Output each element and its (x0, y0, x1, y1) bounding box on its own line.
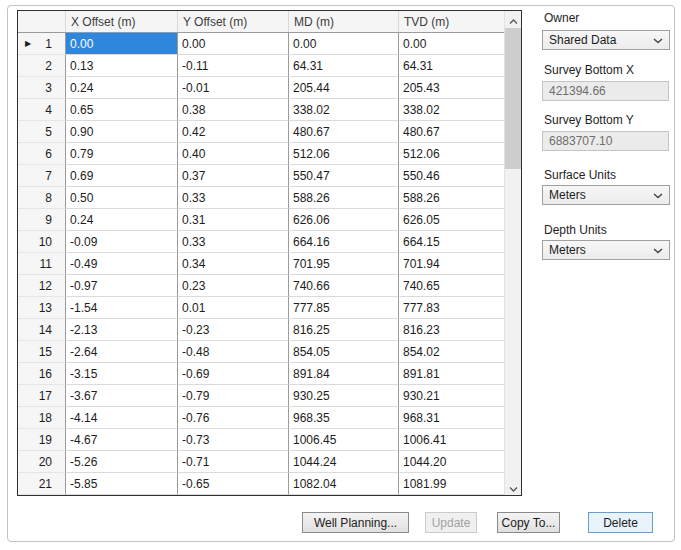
table-cell[interactable]: 64.31 (399, 55, 504, 77)
table-cell[interactable]: 0.00 (289, 33, 399, 55)
table-cell[interactable]: 740.65 (399, 275, 504, 297)
table-row[interactable]: 13-1.540.01777.85777.83 (18, 297, 504, 319)
owner-select[interactable]: Shared Data (542, 30, 670, 50)
row-header[interactable]: 12 (18, 275, 66, 297)
table-cell[interactable]: 701.94 (399, 253, 504, 275)
row-header[interactable]: 7 (18, 165, 66, 187)
row-header[interactable]: 20 (18, 451, 66, 473)
table-cell[interactable]: -0.71 (178, 451, 289, 473)
table-cell[interactable]: 1081.99 (399, 473, 504, 495)
table-cell[interactable]: 550.47 (289, 165, 399, 187)
table-cell[interactable]: 338.02 (289, 99, 399, 121)
table-cell[interactable]: -2.13 (66, 319, 178, 341)
table-row[interactable]: 15-2.64-0.48854.05854.02 (18, 341, 504, 363)
row-header[interactable]: ▶1 (18, 33, 66, 55)
table-cell[interactable]: 0.40 (178, 143, 289, 165)
table-cell[interactable]: 0.24 (66, 77, 178, 99)
table-cell[interactable]: -0.01 (178, 77, 289, 99)
row-header[interactable]: 21 (18, 473, 66, 495)
table-row[interactable]: 19-4.67-0.731006.451006.41 (18, 429, 504, 451)
table-cell[interactable]: -5.26 (66, 451, 178, 473)
table-row[interactable]: 12-0.970.23740.66740.65 (18, 275, 504, 297)
table-cell[interactable]: 205.43 (399, 77, 504, 99)
table-cell[interactable]: 1006.45 (289, 429, 399, 451)
table-cell[interactable]: -3.67 (66, 385, 178, 407)
table-cell[interactable]: 816.23 (399, 319, 504, 341)
table-cell[interactable]: 701.95 (289, 253, 399, 275)
well-planning-button[interactable]: Well Planning... (302, 512, 409, 533)
row-header[interactable]: 19 (18, 429, 66, 451)
table-cell[interactable]: -2.64 (66, 341, 178, 363)
row-header[interactable]: 6 (18, 143, 66, 165)
table-cell[interactable]: 891.81 (399, 363, 504, 385)
table-cell[interactable]: -4.14 (66, 407, 178, 429)
table-cell[interactable]: 0.33 (178, 187, 289, 209)
table-cell[interactable]: 0.13 (66, 55, 178, 77)
row-header[interactable]: 3 (18, 77, 66, 99)
table-cell[interactable]: 0.24 (66, 209, 178, 231)
table-cell[interactable]: 480.67 (289, 121, 399, 143)
table-cell[interactable]: 740.66 (289, 275, 399, 297)
surface-units-select[interactable]: Meters (542, 185, 670, 205)
table-cell[interactable]: 0.37 (178, 165, 289, 187)
row-header[interactable]: 13 (18, 297, 66, 319)
row-header[interactable]: 8 (18, 187, 66, 209)
table-cell[interactable]: -0.79 (178, 385, 289, 407)
table-row[interactable]: 18-4.14-0.76968.35968.31 (18, 407, 504, 429)
table-cell[interactable]: 550.46 (399, 165, 504, 187)
column-header-y-offset[interactable]: Y Offset (m) (178, 11, 289, 32)
table-cell[interactable]: 0.50 (66, 187, 178, 209)
table-cell[interactable]: -0.65 (178, 473, 289, 495)
table-cell[interactable]: 0.90 (66, 121, 178, 143)
table-cell[interactable]: 0.79 (66, 143, 178, 165)
delete-button[interactable]: Delete (588, 512, 653, 533)
scroll-down-button[interactable] (505, 478, 521, 495)
table-cell[interactable]: 0.33 (178, 231, 289, 253)
table-cell[interactable]: 1082.04 (289, 473, 399, 495)
table-cell[interactable]: 0.00 (66, 33, 178, 55)
table-cell[interactable]: -0.49 (66, 253, 178, 275)
table-row[interactable]: 20-5.26-0.711044.241044.20 (18, 451, 504, 473)
scroll-up-button[interactable] (505, 11, 521, 28)
table-cell[interactable]: 512.06 (289, 143, 399, 165)
table-row[interactable]: 40.650.38338.02338.02 (18, 99, 504, 121)
table-cell[interactable]: -0.97 (66, 275, 178, 297)
table-row[interactable]: 11-0.490.34701.95701.94 (18, 253, 504, 275)
scrollbar-thumb[interactable] (505, 28, 521, 169)
table-cell[interactable]: -0.73 (178, 429, 289, 451)
table-cell[interactable]: 588.26 (289, 187, 399, 209)
table-cell[interactable]: 0.00 (399, 33, 504, 55)
table-cell[interactable]: 968.31 (399, 407, 504, 429)
table-cell[interactable]: -4.67 (66, 429, 178, 451)
table-row[interactable]: 17-3.67-0.79930.25930.21 (18, 385, 504, 407)
row-header[interactable]: 18 (18, 407, 66, 429)
table-cell[interactable]: 338.02 (399, 99, 504, 121)
table-cell[interactable]: 1044.20 (399, 451, 504, 473)
table-cell[interactable]: 0.69 (66, 165, 178, 187)
table-row[interactable]: 10-0.090.33664.16664.15 (18, 231, 504, 253)
table-cell[interactable]: 0.38 (178, 99, 289, 121)
column-header-tvd[interactable]: TVD (m) (399, 11, 504, 32)
depth-units-select[interactable]: Meters (542, 240, 670, 260)
table-row[interactable]: 30.24-0.01205.44205.43 (18, 77, 504, 99)
table-cell[interactable]: 480.67 (399, 121, 504, 143)
row-header[interactable]: 15 (18, 341, 66, 363)
table-cell[interactable]: 0.31 (178, 209, 289, 231)
table-cell[interactable]: 664.16 (289, 231, 399, 253)
table-cell[interactable]: 930.21 (399, 385, 504, 407)
column-header-x-offset[interactable]: X Offset (m) (66, 11, 178, 32)
table-cell[interactable]: -0.76 (178, 407, 289, 429)
scrollbar-track[interactable] (505, 28, 521, 478)
table-row[interactable]: 60.790.40512.06512.06 (18, 143, 504, 165)
table-cell[interactable]: -0.69 (178, 363, 289, 385)
table-cell[interactable]: -3.15 (66, 363, 178, 385)
table-cell[interactable]: 930.25 (289, 385, 399, 407)
table-cell[interactable]: 588.26 (399, 187, 504, 209)
table-row[interactable]: 20.13-0.1164.3164.31 (18, 55, 504, 77)
table-cell[interactable]: 0.23 (178, 275, 289, 297)
table-cell[interactable]: 0.01 (178, 297, 289, 319)
table-row[interactable]: 90.240.31626.06626.05 (18, 209, 504, 231)
table-cell[interactable]: 1044.24 (289, 451, 399, 473)
table-cell[interactable]: 205.44 (289, 77, 399, 99)
table-cell[interactable]: 968.35 (289, 407, 399, 429)
